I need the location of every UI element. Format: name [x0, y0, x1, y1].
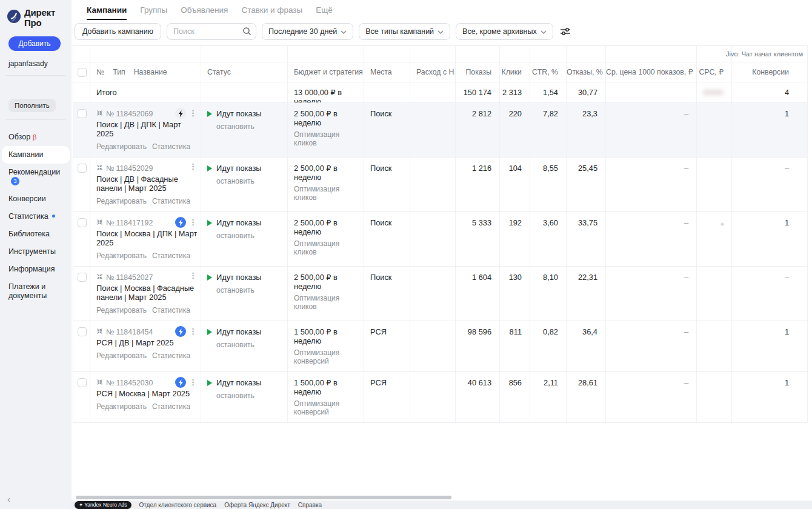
ctr-value: 0,82 [530, 321, 567, 371]
campaign-name[interactable]: Поиск | Москва | Фасадные панели | Март … [96, 284, 198, 302]
row-checkbox[interactable] [78, 273, 87, 282]
add-campaign-button[interactable]: Добавить кампанию [75, 23, 161, 40]
stop-link[interactable]: остановить [216, 286, 287, 294]
row-checkbox[interactable] [78, 218, 87, 227]
row-checkbox[interactable] [78, 378, 87, 387]
col-type[interactable]: Тип [113, 68, 125, 76]
col-budget[interactable]: Бюджет и стратегия [288, 62, 364, 82]
col-bounce[interactable]: Отказы, % [567, 62, 606, 82]
stop-link[interactable]: остановить [216, 391, 287, 400]
budget-value: 1 500,00 ₽ в неделю [294, 327, 364, 345]
offer-link[interactable]: Оферта Яндекс Директ [224, 502, 290, 508]
stats-link[interactable]: Статистика [152, 306, 190, 314]
col-cpm[interactable]: Ср. цена 1000 показов, ₽ [606, 62, 697, 82]
campaign-type-filter-dropdown[interactable]: Все типы кампаний [359, 23, 450, 40]
edit-link[interactable]: Редактировать [96, 402, 147, 411]
kebab-menu-icon[interactable]: ⋮ [189, 327, 197, 336]
search-box [167, 23, 256, 40]
select-all-checkbox[interactable] [78, 68, 87, 77]
logo[interactable]: Директ Про [0, 6, 72, 28]
campaigns-table: Jivo: Чат начат клиентом №ТипНазвание Ст… [73, 45, 808, 423]
col-number[interactable]: № [96, 68, 104, 76]
stats-link[interactable]: Статистика [152, 351, 190, 360]
help-link[interactable]: Справка [298, 502, 322, 508]
stats-link[interactable]: Статистика [152, 402, 190, 411]
campaign-name[interactable]: РСЯ | ДВ | Март 2025 [96, 338, 198, 347]
col-ctr[interactable]: CTR, % [530, 62, 567, 82]
col-places[interactable]: Места [364, 62, 410, 82]
col-spend[interactable]: Расход с Н... [410, 62, 456, 82]
campaign-name[interactable]: РСЯ | Москва | Март 2025 [96, 389, 198, 398]
cpm-value: – [606, 267, 697, 321]
stop-link[interactable]: остановить [216, 231, 287, 240]
username: japanfasady [0, 51, 72, 68]
sidebar-item-library[interactable]: Библиотека [0, 225, 72, 243]
lightning-badge-icon[interactable] [175, 377, 186, 388]
stats-link[interactable]: Статистика [152, 251, 190, 260]
campaign-number: № 118452029 [106, 164, 153, 173]
kebab-menu-icon[interactable]: ⋮ [189, 162, 197, 171]
cpm-value: – [606, 372, 697, 422]
sidebar-item-conversions[interactable]: Конверсии [0, 190, 72, 208]
sidebar-item-statistics[interactable]: Статистика [0, 208, 72, 225]
tab-groups[interactable]: Группы [140, 5, 167, 20]
kebab-menu-icon[interactable]: ⋮ [189, 109, 197, 118]
edit-link[interactable]: Редактировать [96, 197, 147, 205]
ctr-value: 3,60 [530, 212, 567, 266]
tab-bids[interactable]: Ставки и фразы [241, 5, 302, 20]
tab-more[interactable]: Ещё [316, 5, 333, 20]
lightning-badge-icon[interactable] [175, 108, 186, 119]
col-name[interactable]: Название [134, 68, 167, 76]
campaign-name[interactable]: Поиск | ДВ | Фасадные панели | Март 2025 [96, 175, 198, 193]
col-status[interactable]: Статус [201, 62, 288, 82]
cpm-value: – [606, 212, 697, 266]
edit-link[interactable]: Редактировать [96, 142, 147, 151]
stop-link[interactable]: остановить [216, 122, 287, 131]
edit-link[interactable]: Редактировать [96, 306, 147, 314]
client-service-link[interactable]: Отдел клиентского сервиса [139, 502, 217, 508]
col-clicks[interactable]: Клики [500, 62, 530, 82]
sidebar-item-payments[interactable]: Платежи и документы [0, 278, 72, 305]
campaign-name[interactable]: Поиск | Москва | ДПК | Март 2025 [96, 229, 198, 247]
status-text: Идут показы [216, 378, 261, 387]
col-impressions[interactable]: Показы [456, 62, 500, 82]
sidebar-item-information[interactable]: Информация [0, 261, 72, 278]
stop-link[interactable]: остановить [216, 341, 287, 349]
row-checkbox[interactable] [78, 164, 87, 173]
sidebar-item-campaigns[interactable]: Кампании [2, 146, 70, 164]
sidebar-item-overview[interactable]: Обзорβ [0, 128, 72, 146]
row-checkbox[interactable] [78, 109, 87, 118]
kebab-menu-icon[interactable]: ⋮ [189, 218, 197, 227]
edit-link[interactable]: Редактировать [96, 351, 147, 360]
collapse-sidebar-icon[interactable]: ‹ [7, 494, 10, 504]
topup-button[interactable]: Пополнить [8, 99, 56, 112]
stats-link[interactable]: Статистика [152, 197, 190, 205]
neuro-ads-badge[interactable]: ✦ Yandex Neuro Ads [75, 501, 131, 509]
lightning-badge-icon[interactable] [175, 326, 186, 337]
campaign-row: № 118452029 ⋮ Поиск | ДВ | Фасадные пане… [73, 158, 808, 212]
totals-bounce: 30,77 [567, 82, 606, 102]
lightning-badge-icon[interactable] [175, 217, 186, 228]
stop-link[interactable]: остановить [216, 177, 287, 185]
kebab-menu-icon[interactable]: ⋮ [189, 378, 197, 387]
tab-ads[interactable]: Объявления [181, 5, 228, 20]
archive-filter-dropdown[interactable]: Все, кроме архивных [456, 23, 553, 40]
beta-badge: β [33, 133, 36, 141]
sidebar-item-recommendations[interactable]: Рекомендации3 [0, 164, 72, 190]
column-settings-icon[interactable] [560, 27, 571, 36]
divider [6, 119, 65, 120]
add-button[interactable]: Добавить [8, 36, 61, 51]
row-checkbox[interactable] [78, 327, 87, 336]
places-value: Поиск [364, 212, 410, 266]
kebab-menu-icon[interactable]: ⋮ [189, 271, 197, 280]
jivo-goal-header: Jivo: Чат начат клиентом [726, 50, 803, 58]
tab-campaigns[interactable]: Кампании [87, 5, 127, 20]
sidebar-item-tools[interactable]: Инструменты [0, 243, 72, 261]
col-conversions[interactable]: Конверсии [732, 62, 808, 82]
period-filter-dropdown[interactable]: Последние 30 дней [262, 23, 353, 40]
stats-link[interactable]: Статистика [152, 142, 190, 151]
horizontal-scrollbar[interactable] [76, 496, 451, 499]
campaign-name[interactable]: Поиск | ДВ | ДПК | Март 2025 [96, 120, 198, 138]
col-cpc[interactable]: CPC, ₽ [697, 62, 732, 82]
edit-link[interactable]: Редактировать [96, 251, 147, 260]
